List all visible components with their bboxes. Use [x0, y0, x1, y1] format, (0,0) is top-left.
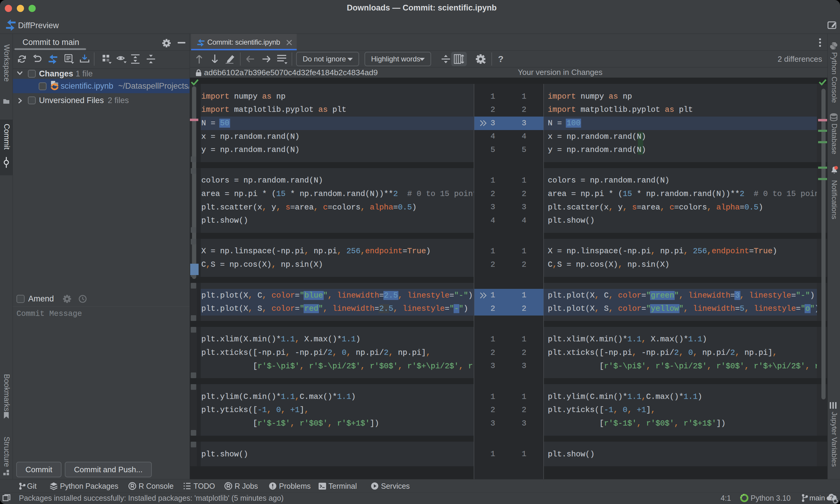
svg-text:?: ?: [830, 494, 834, 501]
